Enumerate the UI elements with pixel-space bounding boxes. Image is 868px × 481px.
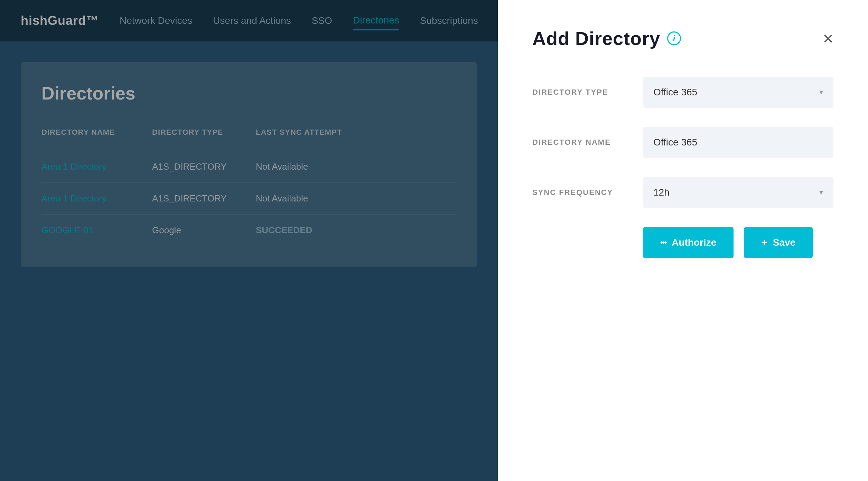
modal-header: Add Directory i × — [532, 28, 833, 49]
sync-frequency-label: SYNC FREQUENCY — [532, 188, 629, 197]
form-row-directory-name: DIRECTORY NAME — [532, 127, 833, 158]
save-button[interactable]: + Save — [744, 227, 813, 258]
modal-title-row: Add Directory i — [532, 28, 681, 49]
close-button[interactable]: × — [823, 29, 833, 47]
plus-icon: + — [761, 237, 767, 248]
form-row-sync-frequency: SYNC FREQUENCY 12h ▾ — [532, 177, 833, 208]
modal-title: Add Directory — [532, 28, 660, 49]
info-icon[interactable]: i — [667, 31, 681, 45]
modal-panel: Add Directory i × DIRECTORY TYPE Office … — [498, 0, 868, 481]
directory-type-dropdown[interactable]: Office 365 ▾ — [643, 77, 833, 108]
directory-name-label: DIRECTORY NAME — [532, 138, 629, 147]
directory-name-input-wrapper[interactable] — [643, 127, 833, 158]
dots-icon: ••• — [660, 238, 666, 247]
sync-frequency-dropdown[interactable]: 12h ▾ — [643, 177, 833, 208]
directory-name-input[interactable] — [653, 137, 823, 148]
save-label: Save — [773, 237, 795, 248]
buttons-row: ••• Authorize + Save — [643, 227, 833, 258]
form-row-directory-type: DIRECTORY TYPE Office 365 ▾ — [532, 77, 833, 108]
directory-type-label: DIRECTORY TYPE — [532, 88, 629, 97]
sync-frequency-value: 12h — [653, 187, 670, 198]
authorize-label: Authorize — [672, 237, 716, 248]
chevron-down-icon-sync: ▾ — [819, 188, 823, 197]
chevron-down-icon: ▾ — [819, 88, 823, 97]
authorize-button[interactable]: ••• Authorize — [643, 227, 734, 258]
directory-type-value: Office 365 — [653, 87, 697, 98]
